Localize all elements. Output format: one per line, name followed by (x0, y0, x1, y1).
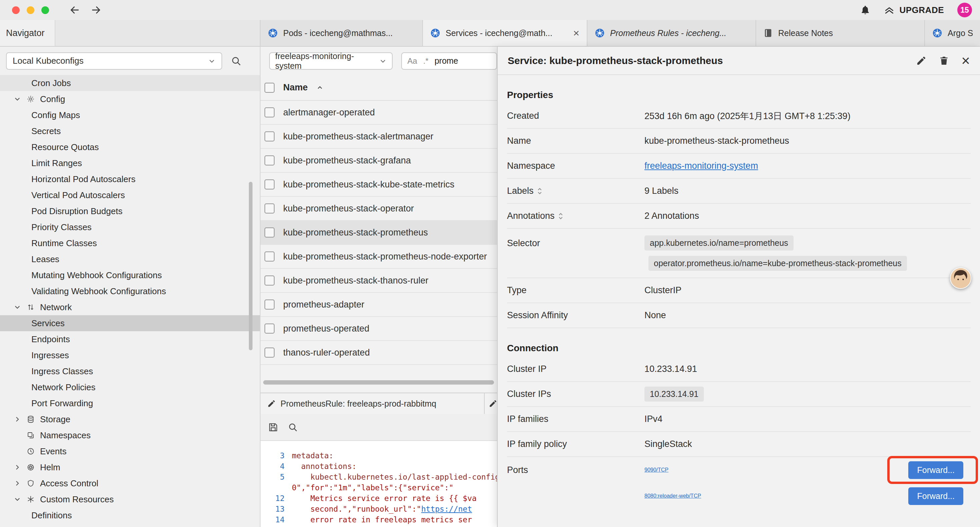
expand-collapse-icon[interactable] (537, 187, 542, 195)
sidebar-item-runtime-classes[interactable]: Runtime Classes (0, 235, 260, 251)
editor-tab-prometheusrule[interactable]: PrometheusRule: freeleaps-prod-rabbitmq (261, 393, 485, 414)
table-row[interactable]: kube-prometheus-stack-operator (261, 197, 497, 221)
regex-toggle[interactable]: .* (423, 56, 429, 66)
sidebar-item-ingresses[interactable]: Ingresses (0, 347, 260, 363)
row-checkbox[interactable] (264, 252, 275, 261)
namespace-link[interactable]: freeleaps-monitoring-system (644, 161, 758, 171)
table-row-selected[interactable]: kube-prometheus-stack-prometheus (261, 221, 497, 245)
sidebar-item-leases[interactable]: Leases (0, 251, 260, 267)
row-checkbox[interactable] (264, 155, 275, 166)
sidebar-item-services[interactable]: Services (0, 315, 260, 331)
sidebar-item-horizontal-pod-autoscalers[interactable]: Horizontal Pod Autoscalers (0, 171, 260, 187)
sidebar-item-ingress-classes[interactable]: Ingress Classes (0, 363, 260, 379)
yaml-editor[interactable]: 3metadata: 4 annotations: 5 kubectl.kube… (261, 441, 497, 527)
table-search-input[interactable]: Aa .* prome (401, 53, 497, 70)
tab-services[interactable]: Services - icecheng@math... × (422, 20, 587, 46)
sidebar-item-namespaces[interactable]: Namespaces (0, 427, 260, 443)
sidebar-item-network-policies[interactable]: Network Policies (0, 379, 260, 395)
sidebar-item-config-maps[interactable]: Config Maps (0, 107, 260, 123)
sidebar-search-button[interactable] (231, 56, 242, 66)
chevron-right-icon[interactable] (13, 480, 21, 487)
upgrade-button[interactable]: UPGRADE (884, 5, 944, 15)
chevron-down-icon[interactable] (13, 304, 21, 310)
chevron-down-icon[interactable] (13, 96, 21, 102)
table-row[interactable]: prometheus-operated (261, 317, 497, 341)
table-row[interactable]: kube-prometheus-stack-alertmanager (261, 125, 497, 149)
kubeconfig-selector[interactable]: Local Kubeconfigs (6, 53, 222, 70)
sidebar-item-port-forwarding[interactable]: Port Forwarding (0, 395, 260, 411)
select-all-checkbox[interactable] (264, 83, 275, 93)
horizontal-scrollbar[interactable] (263, 380, 494, 385)
navigator-panel-header[interactable]: Navigator (0, 20, 56, 46)
tab-pods[interactable]: Pods - icecheng@mathmas... (260, 20, 422, 46)
user-avatar[interactable] (950, 267, 971, 289)
row-checkbox[interactable] (264, 275, 275, 285)
table-row[interactable]: kube-prometheus-stack-kube-state-metrics (261, 173, 497, 197)
editor-tab-next[interactable] (485, 393, 497, 414)
row-checkbox[interactable] (264, 299, 275, 309)
forward-button-8080[interactable]: Forward... (908, 487, 963, 505)
forward-button[interactable] (91, 4, 102, 16)
table-row[interactable]: thanos-ruler-operated (261, 341, 497, 365)
window-zoom-button[interactable] (41, 6, 49, 14)
port-link[interactable]: 8080:reloader-web/TCP (644, 493, 908, 499)
namespace-filter[interactable]: freeleaps-monitoring-system (269, 53, 393, 70)
sidebar-scrollbar[interactable] (249, 182, 253, 350)
tab-close-icon[interactable]: × (573, 28, 579, 38)
row-checkbox[interactable] (264, 107, 275, 118)
notifications-button[interactable] (860, 5, 870, 15)
window-minimize-button[interactable] (27, 6, 34, 14)
url-link[interactable]: https://net (421, 505, 472, 513)
sidebar-item-resource-quotas[interactable]: Resource Quotas (0, 139, 260, 155)
chevron-down-icon[interactable] (13, 496, 21, 503)
window-close-button[interactable] (12, 6, 20, 14)
sidebar-item-priority-classes[interactable]: Priority Classes (0, 219, 260, 235)
close-drawer-button[interactable]: × (961, 53, 970, 68)
sidebar-item-custom-resources[interactable]: Custom Resources (0, 491, 260, 507)
delete-button[interactable] (939, 56, 949, 66)
table-row[interactable]: prometheus-adapter (261, 293, 497, 317)
sidebar-item-pod-disruption-budgets[interactable]: Pod Disruption Budgets (0, 203, 260, 219)
sidebar-item-access-control[interactable]: Access Control (0, 475, 260, 491)
sidebar-item-helm[interactable]: Helm (0, 459, 260, 475)
sidebar-item-network[interactable]: Network (0, 299, 260, 315)
chevron-right-icon[interactable] (13, 464, 21, 471)
row-checkbox[interactable] (264, 131, 275, 142)
table-row[interactable]: kube-prometheus-stack-thanos-ruler (261, 269, 497, 293)
edit-button[interactable] (916, 56, 927, 66)
editor-search-button[interactable] (288, 422, 298, 432)
sidebar-item-cron-jobs[interactable]: Cron Jobs (0, 75, 260, 91)
sidebar-item-storage[interactable]: Storage (0, 411, 260, 427)
row-checkbox[interactable] (264, 204, 275, 213)
sidebar-item-config[interactable]: Config (0, 91, 260, 107)
row-checkbox[interactable] (264, 323, 275, 334)
table-row[interactable]: alertmanager-operated (261, 101, 497, 125)
row-checkbox[interactable] (264, 228, 275, 237)
sidebar-item-events[interactable]: Events (0, 443, 260, 459)
tab-release-notes[interactable]: Release Notes (756, 20, 924, 46)
sidebar-item-mutating-webhook-configurations[interactable]: Mutating Webhook Configurations (0, 267, 260, 283)
chevron-right-icon[interactable] (13, 416, 21, 423)
sidebar-item-vertical-pod-autoscalers[interactable]: Vertical Pod Autoscalers (0, 187, 260, 203)
sidebar-item-definitions[interactable]: Definitions (0, 507, 260, 523)
row-checkbox[interactable] (264, 180, 275, 189)
sidebar-item-secrets[interactable]: Secrets (0, 123, 260, 139)
back-button[interactable] (69, 4, 80, 16)
sidebar-item-endpoints[interactable]: Endpoints (0, 331, 260, 347)
table-row[interactable]: kube-prometheus-stack-grafana (261, 149, 497, 173)
port-link[interactable]: 9090/TCP (644, 467, 908, 473)
table-row[interactable]: kube-prometheus-stack-prometheus-node-ex… (261, 245, 497, 269)
name-column-header[interactable]: Name (283, 83, 308, 93)
tab-prometheus-rules[interactable]: Prometheus Rules - icecheng... (587, 20, 756, 46)
sidebar-item-validating-webhook-configurations[interactable]: Validating Webhook Configurations (0, 283, 260, 299)
match-case-toggle[interactable]: Aa (407, 56, 417, 66)
tab-argo[interactable]: Argo Se (924, 20, 980, 46)
editor-save-button[interactable] (268, 422, 278, 433)
sort-ascending-icon[interactable] (317, 84, 323, 91)
expand-collapse-icon[interactable] (558, 212, 563, 220)
forward-button-9090[interactable]: Forward... (908, 461, 963, 479)
sidebar-item-label: Resource Quotas (31, 142, 99, 153)
sidebar-item-limit-ranges[interactable]: Limit Ranges (0, 155, 260, 171)
row-checkbox[interactable] (264, 347, 275, 358)
notification-count-badge[interactable]: 15 (957, 3, 972, 18)
